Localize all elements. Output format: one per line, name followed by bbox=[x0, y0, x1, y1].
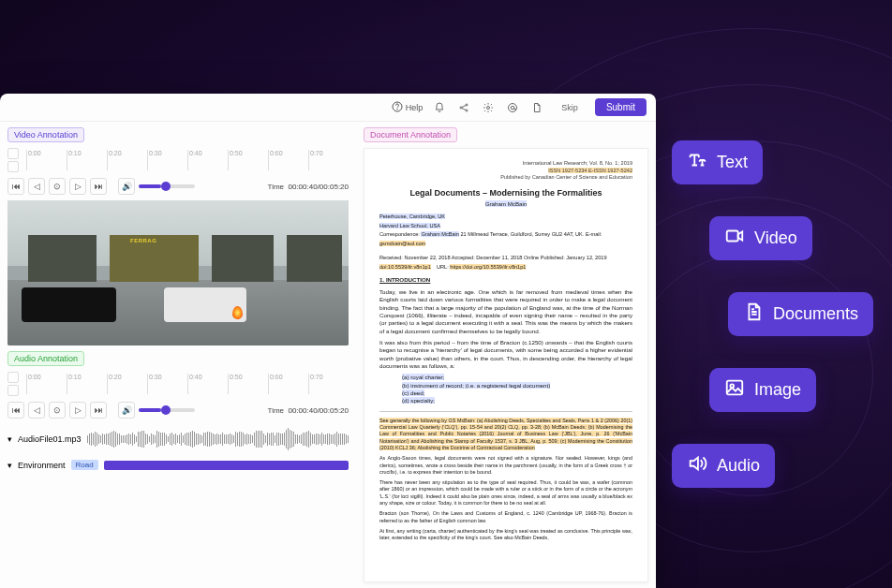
skip-start-button[interactable]: ⏮ bbox=[7, 402, 24, 419]
doc-footnote-5: At first, any writing (carta, charter) a… bbox=[379, 528, 632, 542]
svg-point-2 bbox=[460, 107, 462, 109]
documents-icon bbox=[743, 301, 764, 327]
chip-documents-label: Documents bbox=[773, 304, 858, 324]
doc-list-a: (a) royal charter; bbox=[402, 374, 444, 380]
text-icon bbox=[687, 150, 707, 175]
tick: 0:00 bbox=[26, 150, 67, 170]
doc-list-c: (c) deed; bbox=[402, 390, 424, 396]
tick: 0:40 bbox=[187, 150, 228, 170]
help-icon bbox=[392, 101, 403, 114]
video-icon bbox=[724, 226, 745, 251]
step-back-button[interactable]: ◁ bbox=[28, 178, 45, 195]
volume-icon[interactable]: 🔊 bbox=[118, 402, 135, 419]
tick: 0:50 bbox=[228, 150, 268, 170]
help-button[interactable]: Help bbox=[392, 101, 424, 114]
doc-affil-1: Peterhouse, Cambridge, UK bbox=[379, 213, 445, 219]
doc-para-2: It was also from this period – from the … bbox=[379, 339, 632, 370]
doc-section-1: 1. INTRODUCTION bbox=[379, 276, 632, 284]
doc-list-b: (b) instrument of record; (i.e. a regist… bbox=[402, 382, 550, 389]
video-frame[interactable]: FERRAG bbox=[7, 200, 349, 345]
audio-timeline-tools[interactable] bbox=[7, 372, 21, 396]
svg-point-5 bbox=[487, 106, 490, 109]
feature-chips: Text Video Documents Image Audio bbox=[672, 140, 873, 488]
skip-end-button[interactable]: ⏭ bbox=[90, 178, 107, 195]
audio-waveform[interactable] bbox=[87, 426, 349, 452]
environment-label: Environment bbox=[18, 461, 66, 470]
doc-doi-row: doi:10.5539/ilr.v8n1p1 URL: https://doi.… bbox=[379, 264, 632, 272]
annotation-app-window: Help Skip Submit Video Annotation 0:00 0… bbox=[0, 94, 656, 588]
topbar: Help Skip Submit bbox=[0, 94, 656, 122]
doc-email: gsmcbain@aol.com bbox=[379, 241, 425, 246]
doc-correspondence: Correspondence: Graham McBain 21 Millmea… bbox=[379, 231, 632, 239]
doc-issn: ISSN 1927-5234 E-ISSN 1927-5242 bbox=[548, 168, 632, 173]
chip-text-label: Text bbox=[717, 153, 748, 172]
submit-button[interactable]: Submit bbox=[595, 98, 647, 116]
tick: 0:70 bbox=[308, 150, 349, 170]
gear-icon[interactable] bbox=[481, 100, 496, 115]
video-timeline[interactable]: 0:00 0:10 0:20 0:30 0:40 0:50 0:60 0:70 bbox=[26, 150, 349, 170]
tick: 0:50 bbox=[228, 374, 268, 394]
step-forward-button[interactable]: ▷ bbox=[69, 178, 86, 195]
video-timeline-tools[interactable] bbox=[7, 148, 21, 172]
doc-title: Legal Documents – Modernising the Formal… bbox=[379, 187, 632, 198]
video-timeline-row: 0:00 0:10 0:20 0:30 0:40 0:50 0:60 0:70 bbox=[7, 148, 349, 172]
document-panel-title: Document Annotation bbox=[364, 127, 457, 142]
skip-start-button[interactable]: ⏮ bbox=[7, 178, 24, 195]
right-column: Document Annotation International Law Re… bbox=[356, 122, 656, 588]
volume-icon[interactable]: 🔊 bbox=[118, 178, 135, 195]
chip-image: Image bbox=[709, 368, 816, 412]
vehicle-truck bbox=[22, 287, 117, 322]
doc-footnote-4: Bracton (son Thorne), On the Laws and Cu… bbox=[379, 510, 632, 524]
tick: 0:00 bbox=[26, 374, 67, 394]
doc-footnote-2: As Anglo-Saxon times, legal documents we… bbox=[379, 455, 632, 476]
document-page[interactable]: International Law Research; Vol. 8, No. … bbox=[364, 148, 648, 582]
chip-video-label: Video bbox=[754, 228, 797, 248]
tick: 0:20 bbox=[107, 374, 147, 394]
chip-image-label: Image bbox=[754, 380, 801, 400]
audio-file-label: AudioFile01.mp3 bbox=[18, 434, 82, 444]
left-column: Video Annotation 0:00 0:10 0:20 0:30 0:4… bbox=[0, 122, 356, 588]
chip-audio-label: Audio bbox=[717, 456, 760, 476]
chip-documents: Documents bbox=[728, 292, 873, 336]
volume-slider[interactable] bbox=[139, 408, 195, 412]
play-button[interactable]: ⊙ bbox=[49, 402, 66, 419]
share-icon[interactable] bbox=[456, 100, 471, 115]
doc-footnote-1: See generally the following by GS McBain… bbox=[379, 418, 632, 451]
at-icon[interactable] bbox=[505, 100, 520, 115]
chevron-down-icon[interactable]: ▾ bbox=[7, 434, 12, 444]
step-back-button[interactable]: ◁ bbox=[28, 402, 45, 419]
tick: 0:30 bbox=[147, 150, 187, 170]
bell-icon[interactable] bbox=[432, 100, 447, 115]
audio-panel-title: Audio Annotation bbox=[7, 351, 84, 366]
doc-journal: International Law Research; Vol. 8, No. … bbox=[379, 160, 632, 168]
fire bbox=[232, 306, 243, 319]
step-forward-button[interactable]: ▷ bbox=[69, 402, 86, 419]
tick: 0:60 bbox=[268, 150, 308, 170]
audio-icon bbox=[687, 453, 707, 478]
svg-rect-9 bbox=[727, 381, 743, 395]
environment-bar[interactable] bbox=[104, 461, 349, 470]
skip-button[interactable]: Skip bbox=[554, 101, 586, 114]
doc-dates: Received: November 22, 2018 Accepted: De… bbox=[379, 255, 632, 262]
skip-end-button[interactable]: ⏭ bbox=[90, 402, 107, 419]
svg-point-3 bbox=[466, 104, 468, 106]
tick: 0:70 bbox=[308, 374, 349, 394]
document-icon[interactable] bbox=[529, 100, 544, 115]
chevron-down-icon[interactable]: ▾ bbox=[7, 461, 12, 470]
svg-point-7 bbox=[512, 106, 515, 110]
volume-slider[interactable] bbox=[139, 184, 195, 188]
video-controls: ⏮ ◁ ⊙ ▷ ⏭ 🔊 Time 00:00:40/00:05:20 bbox=[7, 178, 349, 195]
svg-point-4 bbox=[466, 110, 468, 111]
doc-footnote-3: There has never been any stipulation as … bbox=[379, 479, 632, 507]
audio-timeline[interactable]: 0:00 0:10 0:20 0:30 0:40 0:50 0:60 0:70 bbox=[26, 374, 349, 394]
audio-time: Time 00:00:40/00:05:20 bbox=[268, 406, 349, 415]
audio-timeline-row: 0:00 0:10 0:20 0:30 0:40 0:50 0:60 0:70 bbox=[7, 372, 349, 396]
tick: 0:40 bbox=[187, 374, 228, 394]
doc-author: Graham McBain bbox=[485, 200, 528, 207]
doc-affil-2: Harvard Law School, USA bbox=[379, 223, 440, 228]
svg-point-6 bbox=[509, 103, 517, 111]
environment-value[interactable]: Road bbox=[71, 460, 98, 470]
tick: 0:10 bbox=[67, 374, 107, 394]
image-icon bbox=[724, 377, 745, 403]
play-button[interactable]: ⊙ bbox=[49, 178, 66, 195]
